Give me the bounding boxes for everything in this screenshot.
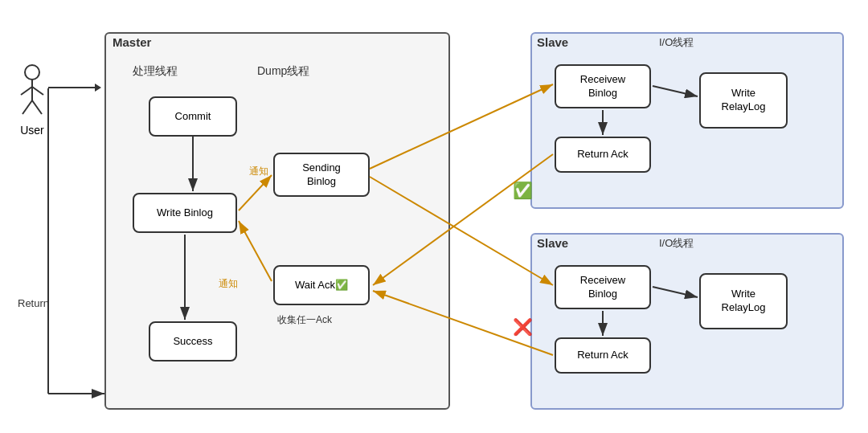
write-relaylog-top-box: Write RelayLog (699, 72, 788, 129)
user-section: User (16, 64, 48, 137)
wait-ack-box: Wait Ack✅ (273, 265, 370, 305)
return-ack-bottom-box: Return Ack (555, 337, 651, 374)
slave-top-label: Slave (537, 35, 568, 49)
notify-label-2: 通知 (219, 277, 238, 291)
receivew-binlog-top-box: Receivew Binlog (555, 64, 651, 108)
cross-bottom-icon: ❌ (513, 317, 533, 337)
notify-label-1: 通知 (249, 165, 268, 178)
process-thread-label: 处理线程 (133, 64, 178, 79)
write-binlog-box: Write Binlog (133, 193, 237, 233)
checkmark-top-icon: ✅ (513, 181, 533, 200)
svg-line-3 (32, 87, 43, 95)
svg-line-2 (21, 87, 32, 95)
collect-label: 收集任一Ack (277, 313, 332, 327)
io-thread-bottom-label: I/O线程 (659, 236, 694, 251)
receivew-binlog-bottom-box: Receivew Binlog (555, 265, 651, 309)
dump-thread-label: Dump线程 (257, 64, 309, 79)
slave-bottom-label: Slave (537, 236, 568, 250)
write-relaylog-bottom-box: Write RelayLog (699, 273, 788, 329)
master-label: Master (113, 35, 151, 49)
wait-ack-check-icon: ✅ (335, 279, 348, 292)
return-label: Return (18, 297, 49, 309)
commit-box: Commit (149, 96, 237, 137)
slave-bottom-box (530, 233, 844, 410)
return-ack-top-box: Return Ack (555, 137, 651, 173)
svg-point-0 (25, 65, 39, 80)
success-box: Success (149, 321, 237, 362)
svg-line-4 (23, 100, 32, 114)
user-right-arrow (48, 87, 96, 88)
user-label: User (20, 124, 44, 137)
sending-binlog-box: Sending Binlog (273, 153, 370, 197)
user-figure (16, 64, 48, 121)
slave-top-box (530, 32, 844, 209)
diagram-container: User Return Master 处理线程 Dump线程 Slave I/O… (0, 0, 868, 433)
io-thread-top-label: I/O线程 (659, 35, 694, 50)
svg-line-5 (32, 100, 42, 114)
